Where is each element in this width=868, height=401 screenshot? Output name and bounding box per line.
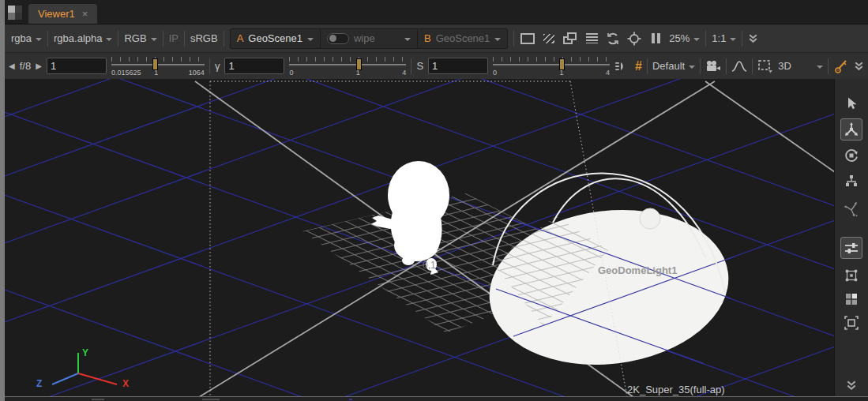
gamma-symbol: γ [215, 60, 220, 72]
gamma-slider[interactable]: 0 1 4 [289, 55, 406, 77]
chevron-down-icon [693, 38, 700, 41]
frame-fit-button[interactable] [841, 313, 862, 333]
wipe-mode-dropdown[interactable]: wipe [354, 32, 400, 44]
separator [163, 31, 163, 47]
projection-value: 3D [778, 60, 791, 72]
zoom-level-dropdown[interactable]: 25% [669, 32, 700, 44]
slider-track [111, 64, 205, 66]
slider-track [289, 64, 406, 66]
gaussian-curve-icon[interactable] [731, 58, 747, 74]
pixel-aspect-value: 1:1 [712, 32, 726, 44]
separator [726, 58, 727, 74]
chevron-down-icon [730, 38, 736, 41]
collapse-toolbar-icon[interactable] [854, 61, 864, 71]
clipped-text-fragment [202, 399, 220, 400]
checker-overlay-icon[interactable] [541, 31, 557, 47]
axis-y-label: Y [82, 347, 88, 358]
chevron-down-icon [817, 66, 823, 69]
translate-tool-button[interactable] [840, 118, 862, 141]
separator [513, 31, 514, 47]
saturation-slider[interactable]: 0 1 4 [493, 55, 610, 77]
marquee-select-icon[interactable] [757, 58, 773, 74]
separator [118, 31, 118, 47]
bottom-clipped-row [5, 396, 868, 401]
wipe-toggle-seg: wipe [320, 29, 417, 48]
tab-viewer1[interactable]: Viewer1 × [28, 4, 97, 24]
wipe-toggle[interactable] [327, 33, 349, 44]
sat-tick-min: 0 [493, 69, 497, 77]
monitor-out-icon[interactable] [562, 31, 578, 47]
close-icon[interactable]: × [82, 9, 88, 19]
gain-input[interactable] [47, 58, 107, 74]
lut-dropdown[interactable]: Default [652, 60, 695, 72]
input-process-button[interactable]: IP [169, 32, 178, 44]
slider-track [493, 64, 610, 66]
format-gate-icon[interactable] [520, 31, 535, 47]
fstop-next-button[interactable]: ▶ [36, 62, 42, 70]
alpha-dropdown[interactable]: rgba.alpha [54, 32, 112, 44]
toolbar-sliders-button[interactable] [840, 237, 862, 259]
rotate-tool-button[interactable] [841, 145, 862, 166]
collapse-sidebar-icon[interactable] [841, 375, 862, 395]
display-channel-dropdown[interactable]: RGB [124, 32, 156, 44]
sat-tick-max: 4 [606, 69, 610, 77]
gamma-tick-max: 4 [402, 69, 406, 77]
separator [752, 58, 753, 74]
format-label: 2K_Super_35(full-ap) [627, 384, 725, 395]
headlamp-icon[interactable] [614, 58, 630, 74]
light-sphere[interactable] [640, 208, 660, 229]
b-input-value: GeoScene1 [436, 32, 490, 44]
a-label: A [237, 32, 244, 44]
srgb-button[interactable]: sRGB [190, 32, 218, 44]
gamma-tick-min: 0 [289, 69, 293, 77]
gain-tick-mid: 1 [154, 69, 158, 77]
gain-slider[interactable]: 0.015625 1 1064 [111, 55, 205, 77]
axis-handles-button[interactable] [841, 199, 862, 219]
chevron-down-icon [689, 66, 695, 69]
roi-target-icon[interactable] [626, 31, 642, 47]
separator [184, 31, 185, 47]
nuke-viewer-window: 0,1 GeoDomeLight1 2K_Super_35(full-ap) Y… [0, 0, 868, 401]
clipped-text-fragment [92, 399, 104, 400]
chevron-down-icon [106, 38, 112, 41]
scale-tool-button[interactable] [841, 171, 862, 191]
view-controls-toolbar: ◀ f/8 ▶ 0.015625 1 1064 γ 0 1 4 [5, 53, 868, 79]
b-label: B [424, 32, 431, 44]
a-input-dropdown[interactable]: A GeoScene1 [231, 29, 320, 48]
refresh-icon[interactable] [605, 31, 621, 47]
fstop-prev-button[interactable]: ◀ [9, 62, 15, 70]
fstop-label: f/8 [20, 60, 31, 72]
scanline-mode-icon[interactable] [584, 31, 599, 47]
chevron-down-icon [494, 38, 501, 41]
axis-x-label: X [122, 378, 129, 389]
wand-info-icon[interactable] [833, 58, 849, 74]
gamma-input[interactable] [224, 58, 284, 74]
pause-button[interactable] [648, 31, 663, 47]
camera-icon[interactable] [705, 58, 721, 74]
pixel-aspect-dropdown[interactable]: 1:1 [712, 32, 736, 44]
separator [209, 58, 210, 74]
collapse-toolbar-icon[interactable] [748, 33, 758, 43]
channels-dropdown[interactable]: rgba [11, 32, 42, 44]
separator [705, 31, 706, 47]
quad-view-button[interactable] [841, 289, 862, 309]
pane-edge[interactable] [0, 0, 5, 401]
grid-snap-icon[interactable]: # [635, 59, 642, 73]
dome-light-label: GeoDomeLight1 [598, 264, 677, 276]
toggle-knob [329, 35, 336, 42]
separator [742, 31, 742, 47]
b-input-dropdown[interactable]: B GeoScene1 [417, 29, 507, 48]
pane-layout-icon[interactable] [8, 6, 22, 20]
slider-ticks [289, 57, 406, 62]
separator [47, 31, 48, 47]
projection-dropdown[interactable]: 3D [778, 60, 823, 72]
zoom-level-value: 25% [669, 32, 690, 44]
sat-tick-mid: 1 [559, 69, 563, 77]
separator [828, 58, 829, 74]
chevron-down-icon [307, 38, 314, 41]
slider-ticks [111, 57, 205, 62]
select-tool-button[interactable] [841, 93, 862, 114]
chevron-down-icon [151, 38, 157, 41]
saturation-input[interactable] [428, 58, 488, 74]
vertex-grid-button[interactable] [841, 265, 862, 286]
